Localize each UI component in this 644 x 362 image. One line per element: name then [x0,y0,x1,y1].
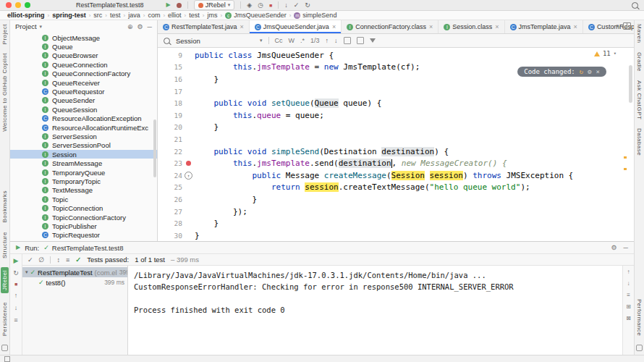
project-tree-item[interactable]: IQueueConnection [10,60,157,69]
project-tree-item[interactable]: ITemporaryTopic [10,177,157,185]
select-all-matches-icon[interactable] [344,37,351,44]
code-editor[interactable]: 11 ▾ Code changed: ↻ ⚙ × 9public class J… [158,48,634,241]
tool-window-button-welcome-to-github-copilot[interactable]: Welcome to GitHub Copilot [1,53,8,132]
close-icon[interactable]: × [429,23,433,30]
breadcrumb-item[interactable]: jms [207,12,217,19]
close-icon[interactable]: × [596,68,600,75]
chevron-down-icon[interactable]: ▾ [25,269,28,275]
project-tree-item[interactable]: CQueueRequestor [10,87,157,96]
tool-window-button-persistence[interactable]: Persistence [1,302,8,336]
project-tree-item[interactable]: IObjectMessage [10,33,157,42]
project-tree-item[interactable]: ITextMessage [10,186,157,195]
breadcrumb-item[interactable]: elliot-spring [7,12,45,19]
whole-words-toggle[interactable]: W [289,37,295,44]
rerun-failed-button[interactable]: ↻ [13,269,19,277]
project-tree-item[interactable]: IQueueSender [10,96,157,105]
breadcrumb-item[interactable]: msimpleSend [294,12,336,19]
code-line[interactable]: 23 this.jmsTemplate.send(destination, ne… [158,157,634,169]
line-number[interactable]: 17 [158,88,182,96]
project-tree-item[interactable]: IServerSessionPool [10,141,157,150]
split-editor-icon[interactable] [623,22,631,30]
project-tree-item[interactable]: ITopic [10,195,157,203]
project-tree-item[interactable]: ITopicConnection [10,203,157,212]
project-tree-item[interactable]: CResourceAllocationException [10,114,157,123]
sort-icon[interactable]: ↕ [56,256,60,264]
project-tree-item[interactable]: IQueue [10,42,157,51]
stop-button[interactable]: ■ [269,3,272,8]
breadcrumb-item[interactable]: java [128,12,140,19]
line-number[interactable]: 30 [158,232,182,240]
code-line[interactable]: 21 [158,133,634,146]
tool-window-button-performance[interactable]: Performance [636,299,643,336]
breadcrumb-item[interactable]: spring-test [52,12,86,19]
gear-icon[interactable]: ⚙ [611,244,617,251]
regex-toggle[interactable]: .* [300,37,305,44]
code-line[interactable]: 22 public void simpleSend(Destination de… [158,146,634,158]
zoom-window-button[interactable] [25,2,30,8]
breadcrumb-item[interactable]: elliot [168,12,182,19]
collapse-all-icon[interactable]: ↓ [14,304,18,311]
code-line[interactable]: 26 } [158,193,634,206]
stripe-warning-mark[interactable] [624,156,627,159]
hide-panel-icon[interactable]: ─ [624,244,628,251]
debug-button[interactable] [177,3,182,8]
hidden-tabs-icon[interactable]: ▾ [616,23,619,29]
breadcrumb-item[interactable]: test [110,12,121,19]
tool-window-button-jrebel[interactable]: JRebel [1,267,9,293]
clear-console-icon[interactable]: ⊠ [626,315,631,321]
options-icon[interactable]: ≡ [66,256,69,264]
code-line[interactable]: 27 }); [158,206,634,218]
test-tree-item[interactable]: ▾✓RestTemplateTest (com.el399ms [22,267,127,277]
tree-scrollbar[interactable] [153,119,156,177]
project-tree-item[interactable]: ITopicConnectionFactory [10,213,157,222]
breadcrumb-item[interactable]: src [93,12,102,19]
overriding-method-icon[interactable]: ↑ [185,172,192,180]
code-line[interactable]: 30} [158,230,634,241]
close-icon[interactable]: × [332,23,336,30]
jrebel-dropdown[interactable]: JRebel ▾ [194,0,235,10]
expand-all-icon[interactable]: ↑ [14,292,18,299]
hide-panel-icon[interactable]: ─ [148,23,152,30]
editor-tab[interactable]: CRestTemplateTest.java× [158,20,250,33]
locate-file-icon[interactable]: ⊕ [127,23,133,30]
code-line[interactable]: 25 return session.createTextMessage("hel… [158,182,634,194]
code-line[interactable]: 9public class JmsQueueSender { [158,49,634,62]
line-number[interactable]: 9 [158,51,182,59]
editor-tab[interactable]: IConnectionFactory.class× [342,20,438,33]
gear-icon[interactable]: ⚙ [588,68,591,75]
close-icon[interactable]: × [240,23,244,30]
tool-window-button-bookmarks[interactable]: Bookmarks [1,190,8,223]
notifications-icon[interactable] [636,345,643,351]
status-grid-icon[interactable] [4,356,10,362]
coverage-button[interactable]: ◈ [247,2,252,9]
line-number[interactable]: 18 [158,99,182,107]
rerun-button[interactable]: ▶ [14,257,19,264]
close-window-button[interactable] [6,2,12,8]
tool-window-button-project[interactable]: Project [1,24,8,44]
tool-window-button-maven[interactable]: Maven [636,24,643,43]
scroll-up-icon[interactable]: ↑ [627,269,630,275]
line-number[interactable]: 28 [158,219,182,227]
more-options-icon[interactable]: ≡ [14,316,17,324]
code-line[interactable]: 18 public void setQueue(Queue queue) { [158,97,634,109]
soft-wrap-icon[interactable]: ≡ [627,292,630,298]
line-number[interactable]: 23 [158,159,182,167]
project-tree-item[interactable]: IServerSession [10,132,157,140]
project-tree-item[interactable]: ISession [10,150,157,159]
project-tree-item[interactable]: ITemporaryQueue [10,168,157,177]
code-line[interactable]: 28 } [158,217,634,230]
close-icon[interactable]: × [574,23,577,30]
breadcrumb-item[interactable]: test [189,12,200,19]
stop-button[interactable]: ■ [14,282,17,287]
close-icon[interactable]: × [495,23,499,30]
project-tree-item[interactable]: CResourceAllocationRuntimeExc [10,123,157,132]
code-line[interactable]: 20 } [158,122,634,134]
code-line[interactable]: 17 [158,85,634,98]
history-button[interactable]: ↻ [305,2,310,9]
line-number[interactable]: 20 [158,123,182,131]
project-tree-item[interactable]: ITopicPublisher [10,222,157,230]
project-tree-item[interactable]: IQueueBrowser [10,51,157,60]
search-everywhere-icon[interactable] [632,2,638,9]
commit-button[interactable]: ✓ [294,2,300,9]
line-number[interactable]: 15 [158,63,182,71]
